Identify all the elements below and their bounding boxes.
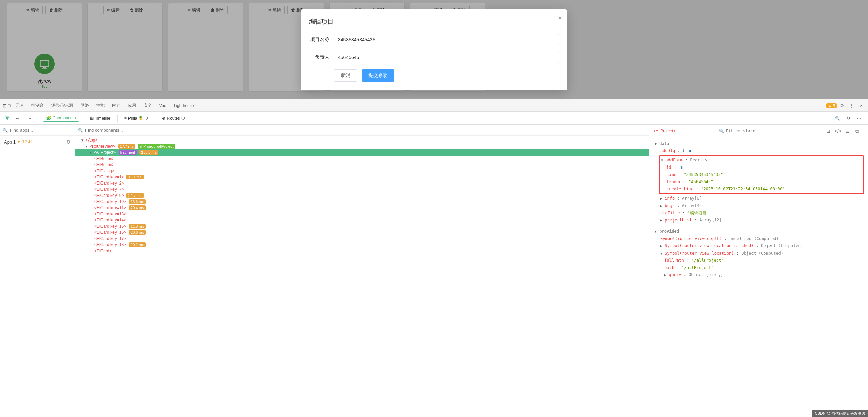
tab-sources[interactable]: 源代码/来源 [48, 101, 76, 110]
split-icon[interactable]: ⊟ [843, 127, 852, 135]
state-comp-name: <AllProject> [653, 129, 676, 133]
provided-content: Symbol(router view depth) : undefined (C… [653, 235, 864, 279]
app-1-item[interactable]: App 1 ▼ 3.2.41 ⚙ [0, 137, 75, 147]
routes-tab-button[interactable]: ⊕ Routes ⬡ [159, 115, 187, 122]
addForm-highlight-box: addForm : Reactive id : 18 name : "34535… [659, 155, 864, 194]
devtools-cursor-icon[interactable]: ⊡ [3, 103, 7, 108]
tab-vue[interactable]: Vue [156, 102, 170, 109]
addForm-name-val: "34535345345435" [684, 172, 723, 177]
tree-elcard-11[interactable]: <ElCard key=11> 20.4 ms [75, 205, 649, 211]
sym1-key: Symbol(router view depth) [660, 236, 722, 241]
info-triangle[interactable] [660, 197, 662, 200]
query-triangle[interactable] [664, 273, 666, 277]
provided-label: provided [659, 229, 679, 234]
tree-elcard-last[interactable]: <ElCard> [75, 248, 649, 254]
devtools-settings-icon[interactable]: ⚙ [838, 102, 846, 110]
more-options-btn[interactable]: ⋯ [854, 115, 864, 122]
form-name-row: 项目名称 [309, 34, 559, 45]
pinia-tab-button[interactable]: ≡ Pinia 🍍 ⬡ [122, 115, 151, 122]
devtools-close-icon[interactable]: × [857, 102, 865, 110]
tree-eldialog[interactable]: <ElDialog> [75, 168, 649, 174]
info-val: Array[6] [682, 196, 702, 201]
tree-elcard-2[interactable]: <ElCard key=2> [75, 180, 649, 186]
middle-search-icon: 🔍 [78, 128, 83, 133]
tab-elements[interactable]: 元素 [12, 101, 27, 110]
tab-memory[interactable]: 内存 [109, 101, 124, 110]
spacer [653, 224, 864, 228]
tree-allproject[interactable]: <AllProject> fragment 153.3 ms [75, 149, 649, 156]
devtools-device-icon[interactable]: □ [8, 103, 10, 108]
dlgTitle-key: dlgTitle [660, 211, 680, 215]
sym1-val: undefined (Computed) [729, 236, 779, 241]
code-icon[interactable]: </> [834, 127, 842, 135]
addForm-key: addForm [665, 158, 683, 162]
pinia-icon: ≡ [124, 116, 127, 121]
tree-elcard-7[interactable]: <ElCard key=7> [75, 186, 649, 192]
path-key: path [664, 265, 674, 270]
open-icon[interactable]: ⧉ [853, 127, 861, 135]
cancel-button[interactable]: 取消 [334, 69, 357, 82]
watermark: CSDN @ 敖代码剽到头发没级 [812, 410, 868, 417]
query-key: query [669, 272, 681, 277]
components-tab-button[interactable]: 🧩 Components [43, 115, 79, 122]
tree-elcard-13[interactable]: <ElCard key=13> [75, 211, 649, 217]
state-filter-input[interactable] [725, 129, 778, 133]
tree-routerview[interactable]: <RouterView> 17.7 ms allProject: /allPro… [75, 143, 649, 149]
provided-section-header: provided [653, 228, 864, 235]
path-val: "/allProject" [682, 265, 714, 270]
tab-lighthouse[interactable]: Lighthouse [171, 102, 198, 109]
addDlq-key: addDlq [660, 148, 675, 153]
inspect-icon-btn[interactable]: 🔍 [832, 115, 843, 122]
refresh-icon-btn[interactable]: ↺ [844, 115, 853, 122]
sym3-triangle[interactable] [660, 252, 662, 255]
form-leader-input[interactable] [334, 52, 559, 63]
tree-elcard-14[interactable]: <ElCard key=14> [75, 217, 649, 223]
allproject-time-badge: 153.3 ms [139, 150, 158, 155]
tree-elcard-16[interactable]: <ElCard key=16> 20.6 ms [75, 229, 649, 236]
tab-console[interactable]: 控制台 [28, 101, 47, 110]
state-header: <AllProject> 🔍 ⊡ </> ⊟ ⧉ [649, 125, 868, 137]
state-content: data addDlq : true addForm : Reactive [649, 137, 868, 417]
dlgTitle-row: dlgTitle : "编辑项目" [653, 210, 864, 217]
tree-elcard-1[interactable]: <ElCard key=1> 13.1 ms [75, 174, 649, 180]
addForm-id-val: 18 [679, 165, 683, 170]
tree-app[interactable]: <App> [75, 137, 649, 143]
app-1-settings-icon[interactable]: ⚙ [66, 139, 71, 145]
component-tree: <App> <RouterView> 17.7 ms allProject: /… [75, 136, 649, 417]
addForm-triangle[interactable] [661, 158, 663, 162]
modal-close-button[interactable]: × [558, 15, 562, 22]
forward-button[interactable]: → [25, 115, 35, 122]
tree-elcard-18[interactable]: <ElCard key=18> 20.2 ms [75, 242, 649, 248]
left-search-input[interactable] [10, 127, 72, 133]
bugs-triangle[interactable] [660, 204, 662, 208]
addForm-type: Reactive [690, 158, 710, 162]
tree-elcard-17[interactable]: <ElCard key=17> [75, 236, 649, 242]
routes-icon: ⊕ [162, 116, 165, 121]
query-row: query : Object (empty) [659, 271, 864, 279]
timeline-tab-button[interactable]: ▦ Timeline [87, 115, 113, 122]
toolbar-sep-3 [117, 115, 118, 122]
tree-elbutton-2[interactable]: <ElButton> [75, 162, 649, 168]
sym2-triangle[interactable] [660, 244, 662, 248]
projectList-triangle[interactable] [660, 218, 662, 222]
tab-security[interactable]: 安全 [140, 101, 155, 110]
middle-search-input[interactable] [85, 127, 646, 133]
routes-badge: ⬡ [181, 116, 185, 120]
tree-elcard-9[interactable]: <ElCard key=9> 24.7 ms [75, 192, 649, 199]
devtools-more-icon[interactable]: ⋮ [847, 102, 856, 110]
data-triangle[interactable] [655, 142, 657, 146]
filter-icon: 🔍 [719, 129, 724, 133]
tree-elcard-10[interactable]: <ElCard key=10> 13.6 ms [75, 199, 649, 205]
back-button[interactable]: ← [13, 115, 23, 122]
form-name-input[interactable] [334, 34, 559, 45]
tab-application[interactable]: 应用 [124, 101, 139, 110]
addForm-createtime-val: "2023-10-02T21:22:54.050144+08:00" [701, 187, 785, 191]
tree-elbutton-1[interactable]: <ElButton> [75, 156, 649, 162]
screenshot-icon[interactable]: ⊡ [824, 127, 832, 135]
data-section-header: data [653, 140, 864, 147]
tab-performance[interactable]: 性能 [93, 101, 108, 110]
tree-elcard-15[interactable]: <ElCard key=15> 11.8 ms [75, 223, 649, 229]
submit-button[interactable]: 提交修改 [362, 69, 394, 82]
tab-network[interactable]: 网络 [77, 101, 92, 110]
provided-triangle[interactable] [655, 230, 657, 233]
